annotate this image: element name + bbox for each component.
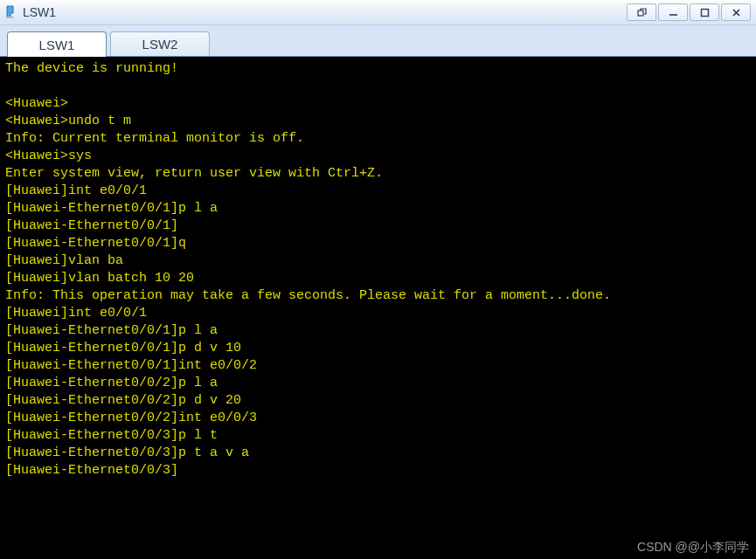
close-button[interactable] bbox=[721, 3, 751, 21]
terminal-line: [Huawei-Ethernet0/0/1]q bbox=[5, 235, 751, 252]
titlebar: LSW1 bbox=[0, 0, 756, 25]
minimize-button[interactable] bbox=[658, 3, 688, 21]
tab-lsw2[interactable]: LSW2 bbox=[110, 31, 210, 56]
popout-button[interactable] bbox=[627, 3, 656, 21]
terminal-line: [Huawei]int e0/0/1 bbox=[5, 305, 751, 322]
terminal-line: <Huawei>undo t m bbox=[5, 113, 751, 130]
terminal-line: [Huawei-Ethernet0/0/1]p l a bbox=[5, 322, 751, 340]
terminal-line: Enter system view, return user view with… bbox=[5, 165, 751, 183]
terminal-line: [Huawei]vlan ba bbox=[5, 252, 751, 270]
terminal-line: [Huawei-Ethernet0/0/2]p l a bbox=[5, 375, 751, 392]
maximize-button[interactable] bbox=[690, 3, 719, 21]
terminal-line bbox=[5, 78, 751, 95]
window-title: LSW1 bbox=[23, 5, 56, 19]
terminal-line: The device is running! bbox=[5, 60, 751, 78]
terminal-line: [Huawei]vlan batch 10 20 bbox=[5, 270, 751, 287]
svg-rect-1 bbox=[638, 10, 643, 16]
terminal-line: <Huawei>sys bbox=[5, 148, 751, 165]
terminal-line: [Huawei]int e0/0/1 bbox=[5, 183, 751, 200]
terminal-line: [Huawei-Ethernet0/0/1]p d v 10 bbox=[5, 340, 751, 357]
app-window: LSW1 LSW1 LSW2 The device is running!<Hu… bbox=[0, 0, 756, 559]
terminal-line: Info: This operation may take a few seco… bbox=[5, 287, 751, 305]
tab-label: LSW2 bbox=[142, 37, 178, 52]
terminal-line: [Huawei-Ethernet0/0/3]p t a v a bbox=[5, 445, 751, 462]
app-icon bbox=[3, 5, 17, 19]
terminal-line: [Huawei-Ethernet0/0/1]p l a bbox=[5, 200, 751, 217]
terminal-line: [Huawei-Ethernet0/0/1]int e0/0/2 bbox=[5, 357, 751, 375]
terminal-line: [Huawei-Ethernet0/0/2]p d v 20 bbox=[5, 392, 751, 410]
svg-rect-3 bbox=[701, 9, 708, 16]
tab-lsw1[interactable]: LSW1 bbox=[7, 31, 107, 57]
tabbar: LSW1 LSW2 bbox=[0, 25, 756, 57]
terminal-line: <Huawei> bbox=[5, 95, 751, 113]
terminal-line: [Huawei-Ethernet0/0/1] bbox=[5, 217, 751, 235]
svg-rect-0 bbox=[6, 17, 14, 18]
tab-label: LSW1 bbox=[39, 38, 75, 52]
terminal-line: [Huawei-Ethernet0/0/3]p l t bbox=[5, 427, 751, 445]
terminal-line: [Huawei-Ethernet0/0/2]int e0/0/3 bbox=[5, 410, 751, 427]
terminal[interactable]: The device is running!<Huawei><Huawei>un… bbox=[0, 57, 756, 559]
terminal-line: [Huawei-Ethernet0/0/3] bbox=[5, 462, 751, 480]
terminal-line: Info: Current terminal monitor is off. bbox=[5, 130, 751, 148]
